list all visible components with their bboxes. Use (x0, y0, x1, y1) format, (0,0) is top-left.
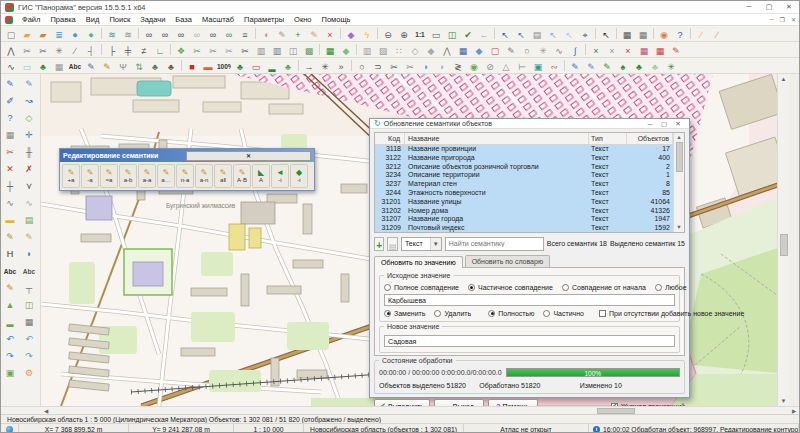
scale-trees-icon[interactable]: ♣ (232, 59, 248, 73)
locate-icon[interactable]: ⌖ (577, 27, 593, 41)
align-node-icon[interactable]: ≠ (136, 43, 152, 57)
semantic-merge-button[interactable]: ✎A·B (233, 164, 251, 188)
prev-object-icon[interactable]: ↖ (545, 27, 561, 41)
semantic-editor-titlebar[interactable]: Редактирование семантики ✕ (60, 149, 314, 162)
map-scroll-left-icon[interactable]: ◀ (41, 408, 51, 414)
clip-part-icon[interactable]: ✂ (221, 43, 237, 57)
checkbox-transaction-log[interactable] (611, 403, 618, 407)
cut-diagonal-icon[interactable]: ∕ (67, 43, 83, 57)
radio-any-match[interactable] (655, 284, 662, 291)
holly-icon[interactable]: ✳ (663, 59, 679, 73)
cut-edge-icon[interactable]: ┤ (83, 43, 99, 57)
semantic-remove-button[interactable]: ✎-a (81, 164, 99, 188)
checkbox-add-if-missing[interactable] (599, 310, 606, 317)
table-scroll-up-icon[interactable]: ▲ (676, 133, 681, 142)
cross-red-icon[interactable]: × (620, 43, 636, 57)
undo-icon[interactable]: ↶ (1, 330, 19, 347)
radio-partial-match[interactable] (468, 284, 475, 291)
copy-list-button[interactable]: ▤ (387, 237, 397, 251)
select-clear-icon[interactable]: × (322, 27, 338, 41)
tree-move-icon[interactable]: ⇅ (131, 59, 147, 73)
crosshair-icon[interactable]: ┼ (1, 177, 19, 194)
diamond-gray2-icon[interactable]: ◆ (423, 43, 439, 57)
lightning-icon[interactable]: ϟ (359, 27, 375, 41)
redo-icon[interactable]: ↷ (1, 347, 19, 364)
swap-icon[interactable]: ◫ (285, 43, 301, 57)
select-add-icon[interactable]: + (290, 27, 306, 41)
abc-label-icon[interactable]: Abc (1, 262, 19, 279)
circle-icon[interactable]: ○ (354, 59, 370, 73)
curve-icon[interactable]: ∿ (551, 43, 567, 57)
ruler-icon[interactable]: ▬ (1, 211, 19, 228)
clip-area-icon[interactable]: ✂ (205, 43, 221, 57)
cards-icon[interactable]: ◫ (20, 296, 38, 313)
search-icon[interactable]: ∞ (141, 27, 157, 41)
flashlight-icon[interactable]: ✎ (99, 59, 115, 73)
trees-pair-icon[interactable]: ♣ (280, 59, 296, 73)
cross-gray-icon[interactable]: × (604, 43, 620, 57)
trim2-icon[interactable]: ✂ (402, 59, 418, 73)
vertex-edit-icon[interactable]: ⋀ (3, 43, 19, 57)
spline-icon[interactable]: ∿ (20, 194, 38, 211)
run-button[interactable]: ✔Выполнить (374, 399, 430, 406)
arrows-icon[interactable]: » (333, 59, 349, 73)
flashlight2-icon[interactable]: ✎ (20, 228, 38, 245)
abc-text-icon[interactable]: Abc (20, 262, 38, 279)
color-wheel-icon[interactable]: ◉ (656, 27, 672, 41)
radio-fully[interactable] (488, 310, 495, 317)
leaves-icon[interactable]: ♣ (631, 59, 647, 73)
menu-item[interactable]: Параметры (239, 15, 289, 24)
ellipse-icon[interactable]: ○ (519, 43, 535, 57)
table-row[interactable]: 31207Название городаТекст1947 (375, 215, 673, 224)
clip-all-icon[interactable]: ✂ (237, 43, 253, 57)
radio-match-from-start[interactable] (562, 284, 569, 291)
flashlight3-icon[interactable]: ✎ (1, 279, 19, 296)
cursor-icon[interactable]: ↖ (598, 27, 614, 41)
triangle-icon[interactable]: △ (498, 59, 514, 73)
create-pencil-icon[interactable]: ✎ (20, 75, 38, 92)
map-frame-icon[interactable]: ▭ (248, 59, 264, 73)
arrow-node-icon[interactable]: → (301, 59, 317, 73)
mast-icon[interactable]: ┬ (20, 279, 38, 296)
exit-button[interactable]: →Выход (434, 399, 484, 406)
table-row[interactable]: 3234Описание территорииТекст1 (375, 171, 673, 180)
abc-icon[interactable]: Abc (67, 59, 83, 73)
dots-icon[interactable]: ∷ (391, 43, 407, 57)
polyline-icon[interactable]: ∿ (3, 59, 19, 73)
cross-node-icon[interactable]: ╪ (120, 43, 136, 57)
table-row[interactable]: 3237Материал стенТекст8 (375, 180, 673, 189)
semantic-all-button[interactable]: ✎a‖ (214, 164, 232, 188)
diamond-gray-icon[interactable]: ◇ (407, 43, 423, 57)
pencil-query-icon[interactable]: ? (1, 109, 19, 126)
table-scrollbar[interactable]: ▲ ▼ (673, 133, 684, 232)
note-pen-icon[interactable]: ✎ (83, 59, 99, 73)
tree-dark-icon[interactable]: ♣ (147, 59, 163, 73)
database-icon[interactable]: ≣ (51, 27, 67, 41)
open-recent-icon[interactable]: ▰ (35, 27, 51, 41)
table-row[interactable]: 3212Описание объектов розничной торговли… (375, 163, 673, 172)
dialog-titlebar[interactable]: ↻ Обновление семантики объектов ─ ▢ ✕ (370, 119, 689, 129)
table-row[interactable]: 31201Название улицыТекст41064 (375, 198, 673, 207)
split-object-icon[interactable]: ✂ (35, 43, 51, 57)
layers-edit-icon[interactable]: ≋ (120, 27, 136, 41)
menu-item[interactable]: Помощь (317, 15, 356, 24)
dashed-rect-icon[interactable]: ▢ (487, 43, 503, 57)
layers-icon[interactable]: ≋ (104, 27, 120, 41)
table-row[interactable]: 3122Название пригородаТекст400 (375, 154, 673, 163)
pyramid-icon[interactable]: ▲ (1, 296, 19, 313)
composition-icon[interactable]: ◆ (343, 27, 359, 41)
bars-icon[interactable]: ▂ (264, 59, 280, 73)
semantic-add-button[interactable]: ✎+a (62, 164, 80, 188)
pen-red-icon[interactable]: ✎ (668, 43, 684, 57)
open-map-icon[interactable]: ▰ (19, 27, 35, 41)
diamond-green-icon[interactable]: ◆ (338, 43, 354, 57)
green-box-icon[interactable]: ▣ (530, 59, 546, 73)
search-list-icon[interactable]: ∞ (173, 27, 189, 41)
header-name[interactable]: Название (405, 133, 589, 144)
map-scroll-down-icon[interactable]: ▼ (781, 396, 787, 406)
menu-item[interactable]: Окно (289, 15, 316, 24)
circle-green-icon[interactable]: ◉ (466, 59, 482, 73)
split-line-icon[interactable]: ✂ (19, 43, 35, 57)
source-value-input[interactable] (384, 294, 675, 306)
menu-item[interactable]: Масштаб (197, 15, 239, 24)
